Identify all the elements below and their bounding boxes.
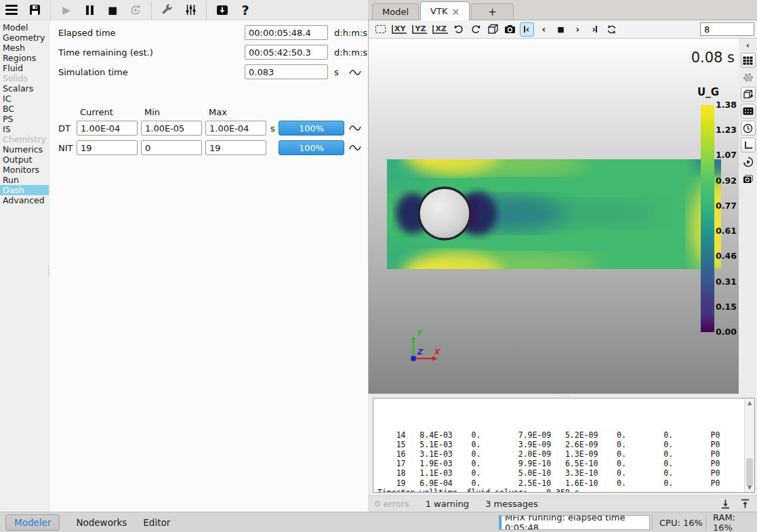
sidebar-item[interactable]: Regions	[0, 53, 49, 63]
sidebar-item[interactable]: Run	[0, 175, 49, 185]
terminal-line: 16 3.1E-03 0. 2.0E-09 1.3E-09 0. 0. P0	[377, 449, 742, 459]
mode-modeler-button[interactable]: Modeler	[5, 514, 60, 531]
sidebar-item[interactable]: Numerics	[0, 144, 49, 155]
rotate-left-button[interactable]	[452, 22, 466, 37]
sidebar-item[interactable]: Model	[0, 22, 49, 33]
tab-vtk[interactable]: VTK ×	[420, 1, 470, 20]
nit-min-input[interactable]	[141, 140, 202, 155]
cpu-usage: CPU: 16%	[652, 515, 705, 530]
colorbar-tick: 0.46	[716, 251, 739, 261]
time-label-toggle-button[interactable]	[741, 121, 756, 136]
sidebar-item[interactable]: BC	[0, 104, 49, 114]
collapse-panel-button[interactable]: ‹	[746, 39, 750, 51]
refresh-button[interactable]	[605, 22, 619, 37]
sidebar-item[interactable]: Mesh	[0, 43, 49, 53]
sidebar-item[interactable]: Output	[0, 155, 49, 165]
errors-count[interactable]: 0 errors	[375, 499, 409, 509]
nit-max-input[interactable]	[205, 140, 266, 155]
mesh-toggle-button[interactable]	[741, 104, 756, 119]
parameters-button[interactable]	[179, 1, 202, 20]
close-tab-icon[interactable]: ×	[451, 6, 459, 17]
scrollbar-thumb[interactable]	[746, 458, 753, 486]
sidebar-item[interactable]: Monitors	[0, 165, 49, 175]
next-frame-button[interactable]: ›	[571, 22, 585, 37]
dt-min-input[interactable]	[141, 121, 202, 136]
sliders-icon	[185, 4, 197, 16]
scrollbar-up-icon[interactable]: ▲	[745, 400, 754, 406]
reset-button[interactable]	[124, 1, 147, 20]
export-button[interactable]	[211, 1, 234, 20]
prev-frame-button[interactable]: ‹	[537, 22, 551, 37]
sidebar-item[interactable]: Dash	[0, 185, 49, 195]
view-yz-button[interactable]: YZ	[411, 22, 428, 37]
scroll-to-bottom-icon[interactable]	[720, 499, 731, 509]
cells-toggle-button[interactable]	[741, 53, 756, 68]
colorbar-tick: 1.07	[716, 150, 739, 160]
settings-button[interactable]	[156, 1, 179, 20]
dt-max-input[interactable]	[205, 121, 266, 136]
play-icon: ▶	[62, 4, 70, 16]
play-circle-icon	[743, 157, 754, 167]
sidebar-item[interactable]: Geometry	[0, 33, 49, 43]
sidebar-item[interactable]: PS	[0, 114, 49, 124]
messages-count[interactable]: 3 messages	[485, 499, 538, 509]
first-frame-button[interactable]: ‹	[520, 22, 534, 37]
last-frame-button[interactable]: ›	[588, 22, 602, 37]
simulation-time-overlay: 0.08 s	[691, 49, 735, 66]
pause-button[interactable]	[78, 1, 101, 20]
sidebar-item[interactable]: IC	[0, 94, 49, 104]
view-xy-button[interactable]: XY	[390, 22, 408, 37]
help-button[interactable]: ?	[234, 1, 257, 20]
menu-button[interactable]	[0, 1, 23, 20]
dt-current-input[interactable]	[77, 121, 138, 136]
terminal-output[interactable]: 14 8.4E-03 0. 7.9E-09 5.2E-09 0. 0. P0 1…	[373, 398, 755, 493]
plot-simulation-time-icon[interactable]	[348, 68, 362, 77]
save-button[interactable]	[23, 1, 46, 20]
particles-toggle-button[interactable]	[741, 70, 756, 85]
tab-model[interactable]: Model	[372, 3, 419, 20]
record-video-button[interactable]	[741, 171, 756, 186]
mode-editor-button[interactable]: Editor	[143, 517, 170, 528]
scrollbar-down-icon[interactable]: ▼	[745, 485, 754, 491]
wrench-icon	[161, 4, 173, 16]
colorbar-tick: 0.00	[716, 327, 739, 337]
nit-progress-bar: 100%	[279, 140, 344, 155]
sidebar-item[interactable]: Fluid	[0, 63, 49, 73]
sidebar-item[interactable]: Scalars	[0, 83, 49, 94]
simulation-time-input[interactable]	[245, 64, 328, 79]
sidebar-item[interactable]: IS	[0, 124, 49, 134]
perspective-button[interactable]	[486, 22, 500, 37]
warnings-count[interactable]: 1 warning	[426, 499, 469, 509]
mesh-icon	[743, 107, 754, 115]
vtk-viewport[interactable]: 0.08 s	[368, 39, 739, 394]
frame-index-input[interactable]	[700, 22, 754, 36]
mode-nodeworks-button[interactable]: Nodeworks	[76, 517, 127, 528]
axis-z-label: Z	[417, 348, 424, 356]
plot-dt-icon[interactable]	[348, 123, 362, 133]
geometry-toggle-button[interactable]	[741, 87, 756, 102]
reset-view-button[interactable]	[373, 22, 388, 37]
sidebar-item[interactable]: Chemistry	[0, 134, 49, 144]
run-button[interactable]: ▶	[55, 1, 78, 20]
nit-current-input[interactable]	[77, 140, 138, 155]
axes-toggle-button[interactable]	[741, 138, 756, 152]
nit-row-label: NIT	[58, 143, 73, 153]
elapsed-time-input[interactable]	[245, 25, 328, 40]
scroll-to-top-icon[interactable]	[740, 499, 750, 509]
play-animation-button[interactable]	[741, 155, 756, 169]
new-tab-button[interactable]: +	[471, 3, 514, 20]
view-xz-button[interactable]: XZ	[431, 22, 449, 37]
snapshot-button[interactable]	[503, 22, 517, 37]
time-remaining-unit: d:h:m:s	[334, 47, 367, 58]
plot-nit-icon[interactable]	[348, 143, 362, 152]
sidebar-item[interactable]: Advanced	[0, 195, 49, 205]
axes-icon	[743, 141, 753, 150]
stop-button[interactable]: ■	[101, 1, 124, 20]
terminal-scrollbar[interactable]: ▲ ▼	[744, 398, 754, 492]
time-remaining-input[interactable]	[245, 45, 328, 60]
rotate-right-button[interactable]	[469, 22, 483, 37]
stop-playback-button[interactable]: ■	[554, 22, 568, 37]
sidebar-item[interactable]: Solids	[0, 73, 49, 83]
terminal-line: 19 6.9E-04 0. 2.5E-10 1.6E-10 0. 0. P0	[377, 478, 742, 488]
simulation-time-unit: s	[334, 67, 339, 77]
